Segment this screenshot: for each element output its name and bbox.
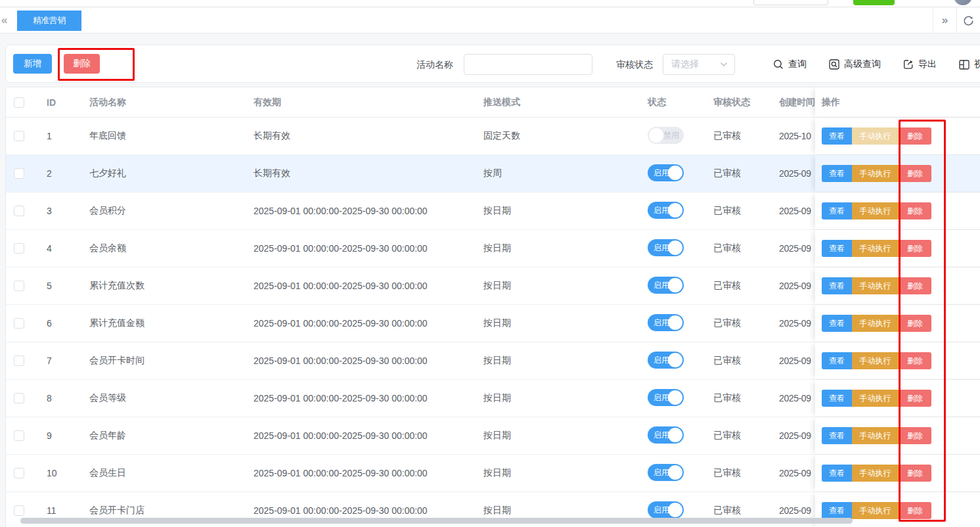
view-button[interactable]: 查看 [822, 315, 852, 332]
row-checkbox[interactable] [14, 243, 24, 254]
manual-execute-button[interactable]: 手动执行 [852, 502, 899, 519]
cell-push-mode: 按日期 [483, 280, 648, 292]
row-delete-button[interactable]: 删除 [899, 202, 931, 219]
view-label: 视 [974, 58, 980, 70]
manual-execute-button[interactable]: 手动执行 [852, 277, 899, 294]
row-checkbox[interactable] [14, 168, 24, 179]
row-delete-button[interactable]: 删除 [899, 502, 931, 519]
status-toggle[interactable]: 启用 [648, 202, 684, 219]
row-delete-button[interactable]: 删除 [899, 277, 931, 294]
manual-execute-button[interactable]: 手动执行 [852, 465, 899, 482]
cell-audit-status: 已审核 [713, 242, 779, 254]
tab-precision-marketing[interactable]: 精准营销 [17, 11, 81, 31]
status-toggle[interactable]: 启用 [648, 164, 684, 181]
advanced-query-label: 高级查询 [844, 58, 881, 70]
cell-push-mode: 按日期 [483, 505, 648, 516]
activity-name-input[interactable] [464, 54, 592, 75]
status-toggle[interactable]: 启用 [648, 464, 684, 481]
toggle-label: 启用 [654, 280, 669, 291]
manual-execute-button[interactable]: 手动执行 [852, 390, 899, 407]
view-button[interactable]: 查看 [822, 277, 852, 294]
row-actions: 查看 手动执行 删除 [815, 118, 980, 154]
topbar-input-partial[interactable] [753, 0, 828, 5]
toggle-knob [649, 128, 663, 143]
table-row: 10 会员生日 2025-09-01 00:00:00-2025-09-30 0… [6, 455, 980, 492]
manual-execute-button[interactable]: 手动执行 [852, 165, 899, 182]
row-checkbox[interactable] [14, 505, 24, 516]
table-row: 4 会员余额 2025-09-01 00:00:00-2025-09-30 00… [6, 230, 980, 267]
view-button[interactable]: 查看 [822, 390, 852, 407]
select-all-checkbox[interactable] [14, 97, 24, 108]
row-delete-button[interactable]: 删除 [899, 352, 931, 369]
status-toggle[interactable]: 启用 [648, 501, 684, 518]
cell-audit-status: 已审核 [713, 430, 779, 442]
row-checkbox[interactable] [14, 355, 24, 366]
header-status: 状态 [648, 97, 713, 108]
view-layout-button[interactable]: 视 [959, 58, 980, 70]
row-checkbox[interactable] [14, 393, 24, 403]
manual-execute-button[interactable]: 手动执行 [852, 427, 899, 444]
status-toggle[interactable]: 禁用 [648, 127, 684, 144]
topbar-green-button[interactable] [853, 0, 895, 5]
scroll-tabs-right-icon[interactable]: » [933, 8, 956, 33]
row-checkbox[interactable] [14, 206, 24, 216]
row-actions: 查看 手动执行 删除 [815, 380, 980, 417]
toggle-label: 启用 [654, 505, 669, 516]
cell-activity-name: 会员生日 [89, 467, 254, 479]
layout-view-icon [959, 60, 969, 70]
row-delete-button[interactable]: 删除 [899, 127, 931, 145]
query-button[interactable]: 查询 [773, 58, 807, 70]
row-actions: 查看 手动执行 删除 [815, 155, 980, 192]
manual-execute-button[interactable]: 手动执行 [852, 315, 899, 332]
view-button[interactable]: 查看 [822, 165, 852, 182]
cell-id: 7 [47, 355, 89, 366]
audit-status-select[interactable]: 请选择 [663, 54, 735, 75]
view-button[interactable]: 查看 [822, 202, 852, 219]
manual-execute-button[interactable]: 手动执行 [852, 352, 899, 369]
view-button[interactable]: 查看 [822, 502, 852, 519]
cell-push-mode: 按周 [483, 168, 648, 179]
row-delete-button[interactable]: 删除 [899, 315, 931, 332]
advanced-query-button[interactable]: 高级查询 [829, 58, 881, 70]
add-button[interactable]: 新增 [13, 54, 52, 74]
row-actions: 查看 手动执行 删除 [815, 193, 980, 229]
row-actions: 查看 手动执行 删除 [815, 455, 980, 492]
row-checkbox[interactable] [14, 468, 24, 478]
status-toggle[interactable]: 启用 [648, 239, 684, 256]
view-button[interactable]: 查看 [822, 465, 852, 482]
row-checkbox[interactable] [14, 281, 24, 291]
status-toggle[interactable]: 启用 [648, 277, 684, 294]
collapse-tabs-left-icon[interactable]: « [0, 14, 16, 27]
row-checkbox[interactable] [14, 318, 24, 329]
cell-activity-name: 会员开卡时间 [89, 355, 254, 367]
export-button[interactable]: 导出 [903, 58, 937, 70]
delete-button[interactable]: 删除 [64, 54, 100, 74]
user-avatar[interactable] [954, 0, 972, 5]
manual-execute-button[interactable]: 手动执行 [852, 127, 899, 145]
row-delete-button[interactable]: 删除 [899, 165, 931, 182]
status-toggle[interactable]: 启用 [648, 426, 684, 444]
status-toggle[interactable]: 启用 [648, 389, 684, 406]
cell-push-mode: 按日期 [483, 392, 648, 404]
status-toggle[interactable]: 启用 [648, 314, 684, 331]
refresh-icon[interactable] [956, 8, 980, 33]
cell-push-mode: 固定天数 [483, 130, 648, 142]
row-actions: 查看 手动执行 删除 [815, 342, 980, 379]
view-button[interactable]: 查看 [822, 427, 852, 444]
row-delete-button[interactable]: 删除 [899, 427, 931, 444]
row-delete-button[interactable]: 删除 [899, 240, 931, 257]
status-toggle[interactable]: 启用 [648, 352, 684, 369]
row-delete-button[interactable]: 删除 [899, 465, 931, 482]
view-button[interactable]: 查看 [822, 240, 852, 257]
row-checkbox[interactable] [14, 430, 24, 441]
cell-validity: 2025-09-01 00:00:00-2025-09-30 00:00:00 [254, 281, 483, 291]
manual-execute-button[interactable]: 手动执行 [852, 202, 899, 219]
horizontal-scrollbar[interactable] [20, 518, 853, 524]
cell-audit-status: 已审核 [713, 355, 779, 367]
view-button[interactable]: 查看 [822, 352, 852, 369]
cell-audit-status: 已审核 [713, 130, 779, 142]
row-checkbox[interactable] [14, 131, 24, 141]
view-button[interactable]: 查看 [822, 127, 852, 145]
row-delete-button[interactable]: 删除 [899, 390, 931, 407]
manual-execute-button[interactable]: 手动执行 [852, 240, 899, 257]
